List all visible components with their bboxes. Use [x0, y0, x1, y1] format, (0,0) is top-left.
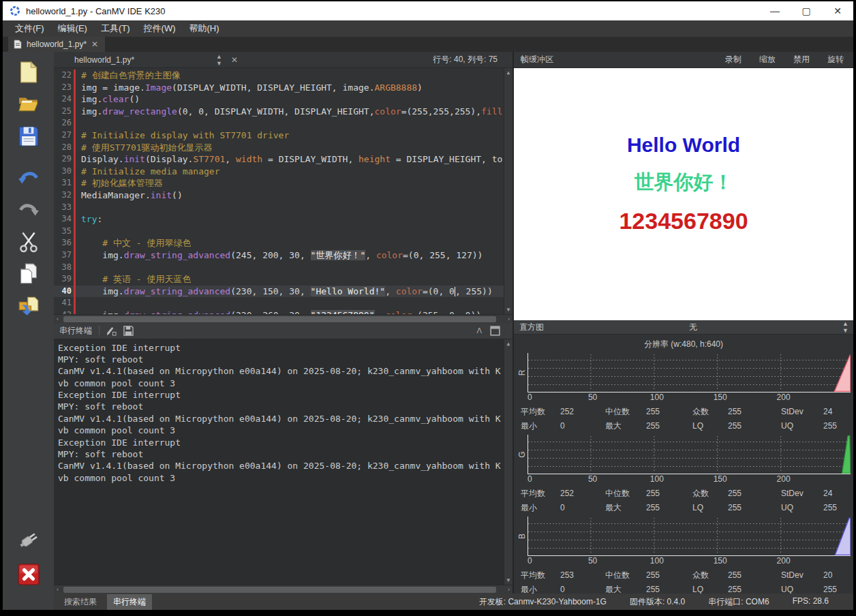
axis-tick-label: 150	[714, 474, 727, 484]
axis-tick-label: 100	[650, 392, 664, 402]
menu-item[interactable]: 帮助(H)	[183, 21, 226, 36]
stat-label: UQ	[781, 420, 823, 432]
bottom-tab[interactable]: 搜索结果	[58, 594, 103, 610]
terminal-line: vb common pool count 3	[58, 425, 502, 436]
line-number: 36	[54, 237, 72, 249]
histogram-stats-row: 平均数253中位数255众数255StDev20	[517, 568, 851, 583]
redo-icon[interactable]	[14, 195, 44, 225]
histogram-header: 直方图 无 ▲▼	[514, 320, 853, 335]
dropdown-arrows-icon[interactable]: ▲▼	[842, 320, 848, 334]
stat-value: 255	[823, 502, 851, 514]
save-icon[interactable]	[14, 121, 44, 151]
code-line: 30# Initialize media manager	[54, 166, 504, 178]
framebuffer-buttons: 录制缩放禁用旋转	[725, 54, 844, 65]
stat-value: 0	[560, 502, 605, 514]
histogram-chart	[528, 353, 851, 392]
menu-item[interactable]: 工具(T)	[94, 21, 137, 36]
menu-item[interactable]: 控件(W)	[137, 21, 183, 36]
stat-label: StDev	[781, 406, 823, 418]
stat-label: 最大	[605, 420, 646, 432]
collapse-panel-icon[interactable]: ᐱ	[476, 326, 482, 335]
histogram-mode-select[interactable]: 无	[544, 322, 842, 333]
bottom-bar: 搜索结果串行终端 开发板: Canmv-K230-Yahboom-1G固件版本:…	[3, 594, 853, 610]
menu-item[interactable]: 编辑(E)	[51, 21, 94, 36]
line-number: 25	[54, 106, 72, 118]
stat-value: 255	[823, 420, 851, 432]
terminal-line: MPY: soft reboot	[58, 354, 502, 365]
terminal-horizontal-scrollbar[interactable]: ‹ ›	[54, 585, 513, 594]
line-number: 22	[54, 70, 72, 82]
terminal-line: vb common pool count 3	[58, 472, 502, 484]
histogram-stats-row: 最小0最大255LQ255UQ255	[517, 501, 851, 515]
stat-value: 255	[646, 502, 692, 514]
detach-panel-icon[interactable]	[490, 326, 500, 336]
code-line: 29Display.init(Display.ST7701, width = D…	[54, 153, 504, 166]
framebuffer-header: 帧缓冲区 录制缩放禁用旋转	[514, 52, 853, 68]
connect-icon[interactable]	[14, 525, 44, 555]
stop-icon[interactable]	[14, 559, 44, 589]
framebuffer-display: Hello World世界你好！1234567890	[514, 68, 853, 320]
paste-icon[interactable]	[14, 291, 44, 321]
new-file-icon[interactable]	[14, 57, 44, 87]
file-tab-close-icon[interactable]: ✕	[91, 40, 98, 49]
scroll-down-icon[interactable]: ▼	[507, 577, 510, 583]
stat-value: 20	[823, 570, 851, 581]
python-file-icon	[14, 40, 22, 49]
channel-label: R	[517, 353, 528, 392]
histogram-stats-row: 平均数252中位数255众数255StDev24	[517, 487, 851, 501]
scroll-right-icon[interactable]: ›	[508, 315, 510, 323]
line-number: 38	[54, 262, 72, 274]
editor-vertical-scrollbar[interactable]: ▲ ▼	[504, 68, 513, 314]
scrollbar-thumb[interactable]	[63, 316, 496, 322]
serial-terminal-output[interactable]: Exception IDE interruptMPY: soft rebootC…	[54, 339, 513, 585]
code-line: 39 # 英语 - 使用天蓝色	[54, 273, 504, 286]
axis-tick-label: 150	[714, 392, 727, 402]
open-document-selector[interactable]: helloworld_1.py*	[74, 55, 134, 65]
scroll-up-icon[interactable]: ▲	[507, 70, 510, 76]
scroll-left-icon[interactable]: ‹	[57, 315, 59, 323]
line-number: 26	[54, 117, 72, 129]
file-tab-label: helloworld_1.py*	[27, 40, 87, 49]
code-line: 23img = image.Image(DISPLAY_WIDTH, DISPL…	[54, 82, 504, 94]
histogram-stats-row: 最小0最大255LQ255UQ255	[517, 583, 851, 594]
framebuffer-button[interactable]: 禁用	[793, 54, 810, 65]
document-dropdown-icon[interactable]: ▲▼	[216, 53, 221, 67]
framebuffer-button[interactable]: 缩放	[759, 54, 776, 65]
line-number: 42	[54, 309, 72, 314]
open-file-icon[interactable]	[14, 89, 44, 119]
stat-value: 255	[728, 420, 781, 432]
histogram-x-axis: 050100150200	[528, 392, 851, 405]
histogram-channel: R050100150200平均数252中位数255众数255StDev24最小0…	[517, 353, 851, 433]
terminal-line: Exception IDE interrupt	[58, 389, 502, 401]
terminal-vertical-scrollbar[interactable]: ▲ ▼	[504, 339, 513, 585]
scrollbar-thumb[interactable]	[63, 587, 496, 593]
scroll-up-icon[interactable]: ▲	[507, 341, 510, 347]
axis-tick-label: 200	[777, 392, 791, 402]
code-line: 38	[54, 262, 504, 274]
stat-label: UQ	[781, 502, 823, 514]
close-button[interactable]: ✕	[822, 1, 853, 20]
copy-icon[interactable]	[14, 259, 44, 289]
editor-close-icon[interactable]: ✕	[231, 55, 238, 65]
scroll-down-icon[interactable]: ▼	[507, 307, 510, 313]
undo-icon[interactable]	[14, 163, 44, 193]
save-terminal-icon[interactable]	[123, 326, 134, 336]
maximize-button[interactable]: ▢	[791, 1, 822, 20]
scroll-left-icon[interactable]: ‹	[57, 585, 59, 594]
file-tab[interactable]: helloworld_1.py* ✕	[8, 37, 105, 52]
scroll-right-icon[interactable]: ›	[508, 585, 510, 594]
stat-label: 中位数	[605, 488, 646, 499]
clear-terminal-icon[interactable]	[106, 326, 117, 336]
code-line: 36 # 中文 - 使用翠绿色	[54, 237, 504, 249]
minimize-button[interactable]: —	[759, 1, 791, 20]
framebuffer-button[interactable]: 录制	[725, 54, 742, 65]
code-editor[interactable]: 22# 创建白色背景的主图像23img = image.Image(DISPLA…	[54, 68, 513, 314]
framebuffer-button[interactable]: 旋转	[827, 54, 844, 65]
code-line: 42 img.draw_string_advanced(230, 260, 30…	[54, 309, 504, 314]
stat-value: 252	[560, 406, 605, 418]
editor-horizontal-scrollbar[interactable]: ‹ ›	[54, 314, 513, 323]
bottom-tab[interactable]: 串行终端	[107, 594, 152, 610]
cut-icon[interactable]	[14, 227, 44, 257]
stat-value: 255	[728, 502, 781, 514]
menu-item[interactable]: 文件(F)	[8, 21, 51, 36]
